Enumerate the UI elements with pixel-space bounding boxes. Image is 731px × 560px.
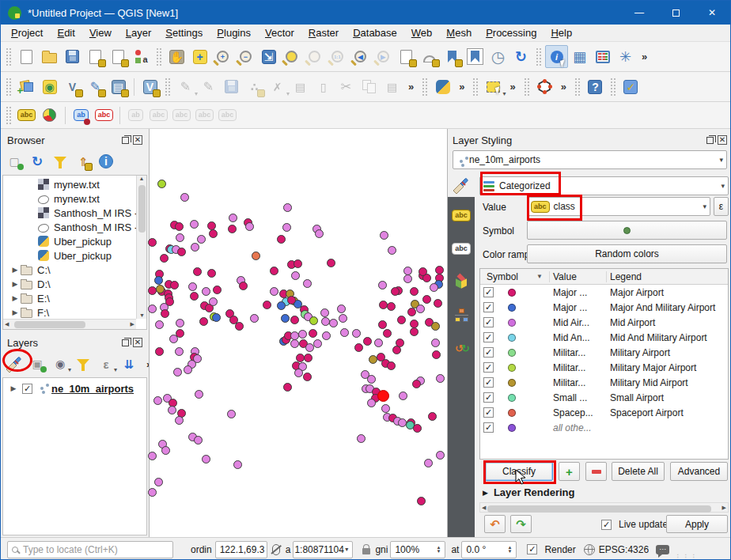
refresh-browser-icon[interactable]: ↻ [27, 151, 47, 172]
locate-input[interactable]: Type to locate (Ctrl+K) [7, 541, 173, 558]
toolbar-grip[interactable] [473, 78, 478, 96]
tree-expander-icon[interactable]: ▶ [9, 308, 21, 316]
category-row[interactable]: ✓Spacep...Spaceport Airport [480, 405, 728, 420]
menu-mesh[interactable]: Mesh [439, 25, 479, 40]
tab-masks[interactable]: abc [450, 238, 472, 259]
category-legend[interactable]: Spaceport Airport [607, 407, 687, 418]
select-features-icon[interactable] [482, 75, 505, 98]
zoom-to-selection-icon[interactable] [303, 45, 326, 68]
toolbar-grip[interactable] [525, 78, 529, 96]
refresh-map-icon[interactable]: ↻ [509, 45, 532, 68]
layers-close-icon[interactable]: ✕ [133, 338, 142, 347]
crs-indicator[interactable]: EPSG:4326 [599, 544, 649, 555]
delete-selected-icon[interactable]: ▯ [312, 75, 335, 98]
change-label-icon[interactable]: abc [216, 104, 239, 127]
cut-features-icon[interactable]: ✂ [335, 75, 358, 98]
browser-item-santhosh-m-irs-c[interactable]: Santhosh_M IRS - C [3, 220, 136, 234]
category-value[interactable]: Major ... [550, 302, 607, 313]
menu-raster[interactable]: Raster [301, 25, 346, 40]
categories-header[interactable]: Symbol▼ Value Legend [480, 269, 728, 285]
live-update-checkbox[interactable]: ✓ Live update [598, 519, 668, 530]
highlight-pinned-labels-icon[interactable]: ab [70, 104, 93, 127]
category-row[interactable]: ✓Small ...Small Airport [480, 390, 728, 405]
check-geometries-icon[interactable]: ✓ [619, 75, 642, 98]
temporal-controller-icon[interactable]: ◷ [487, 45, 509, 68]
panel-splitter[interactable] [1, 330, 149, 333]
category-symbol-dot[interactable] [508, 364, 516, 372]
category-checkbox[interactable]: ✓ [483, 422, 494, 433]
browser-vscrollbar[interactable]: ▲▼ [136, 176, 146, 319]
symbol-button[interactable] [527, 221, 727, 240]
toolbar-grip[interactable] [575, 78, 580, 96]
new-spatialite-layer-icon[interactable]: ✎ [84, 75, 107, 98]
paste-features-icon[interactable]: ▤ [381, 75, 403, 98]
collapse-all-icon[interactable]: ⇑ [73, 151, 93, 172]
category-value[interactable]: all othe... [550, 422, 607, 433]
show-hide-labels-icon[interactable]: abc [147, 104, 170, 127]
browser-item-f-[interactable]: ▶F:\ [3, 305, 136, 320]
value-field-select[interactable]: abc class ▾ [527, 197, 710, 216]
resize-grip[interactable]: ⋮⋮⋮ [674, 553, 698, 560]
pin-unpin-labels-icon[interactable]: ab [124, 104, 147, 127]
category-checkbox[interactable]: ✓ [483, 362, 494, 373]
toolbar-grip[interactable] [422, 78, 427, 96]
layer-rendering-section[interactable]: ▶ Layer Rendering [483, 486, 575, 498]
styling-layer-select[interactable]: ne_10m_airports ▾ [453, 150, 727, 169]
filter-browser-icon[interactable] [50, 151, 70, 172]
color-ramp-button[interactable]: Random colors [527, 244, 727, 263]
browser-hscrollbar[interactable]: ◀▶ [3, 319, 136, 329]
show-layout-manager-icon[interactable] [107, 45, 130, 68]
rotate-label-icon[interactable]: abc [193, 104, 216, 127]
layer-diagram-icon[interactable] [38, 104, 61, 127]
render-checkbox[interactable]: ✓ Render [524, 544, 575, 555]
category-value[interactable]: Mid An... [550, 332, 607, 343]
category-value[interactable]: Small ... [550, 392, 607, 403]
identify-features-icon[interactable]: i [545, 45, 568, 68]
zoom-native-icon[interactable]: 1:1 [326, 45, 349, 68]
scale-select[interactable]: 1:80871104▾ [293, 541, 353, 558]
toolbar-grip[interactable] [6, 78, 11, 96]
show-spatial-bookmarks-icon[interactable] [464, 45, 487, 68]
style-manager-icon[interactable]: a [130, 45, 153, 68]
redo-style-button[interactable]: ↷ [510, 515, 532, 533]
menu-edit[interactable]: Edit [50, 25, 81, 40]
messages-icon[interactable]: ··· [656, 545, 669, 554]
toolbar-grip[interactable] [157, 48, 161, 66]
magnifier-input[interactable]: 100%▲▼ [390, 541, 445, 558]
category-row[interactable]: ✓Militar...Military Major Airport [480, 360, 728, 375]
menu-view[interactable]: View [82, 25, 119, 40]
styling-hscrollbar[interactable]: ◀▶ [479, 502, 729, 513]
undo-style-button[interactable]: ↶ [484, 515, 506, 533]
coordinate-input[interactable]: 122.1,69.3 [215, 541, 267, 558]
apply-button[interactable]: Apply [666, 515, 728, 533]
zoom-to-layer-icon[interactable] [280, 45, 303, 68]
toolbar-overflow-icon[interactable]: » [408, 81, 414, 93]
browser-item-mynew-txt[interactable]: mynew.txt [3, 177, 136, 191]
new-print-layout-icon[interactable] [84, 45, 107, 68]
menu-plugins[interactable]: Plugins [210, 25, 258, 40]
toolbar-grip[interactable] [165, 78, 170, 96]
shape-digitizing-icon[interactable] [533, 75, 556, 98]
zoom-last-icon[interactable]: ◀ [349, 45, 372, 68]
save-project-icon[interactable] [61, 45, 84, 68]
pan-to-selection-icon[interactable]: + [188, 45, 211, 68]
tree-expander-icon[interactable]: ▶ [9, 280, 21, 288]
menu-help[interactable]: Help [544, 25, 579, 40]
category-symbol-dot[interactable] [508, 334, 516, 342]
category-legend[interactable]: Small Airport [607, 392, 667, 403]
category-checkbox[interactable]: ✓ [483, 302, 494, 312]
move-label-icon[interactable]: abc [170, 104, 193, 127]
toolbar-grip[interactable] [536, 48, 541, 66]
filter-legend-expression-icon[interactable]: ε [96, 354, 116, 374]
category-symbol-dot[interactable] [508, 394, 516, 402]
new-mesh-layer-icon[interactable]: ▤ [107, 75, 130, 98]
classify-button[interactable]: Classify [485, 462, 553, 481]
maximize-button[interactable] [657, 1, 694, 25]
category-value[interactable]: Militar... [550, 347, 607, 358]
category-symbol-dot[interactable] [508, 304, 516, 312]
category-symbol-dot[interactable] [508, 424, 516, 432]
category-symbol-dot[interactable] [508, 319, 516, 327]
tab-diagrams[interactable] [450, 305, 472, 325]
category-checkbox[interactable]: ✓ [483, 317, 494, 327]
zoom-out-icon[interactable]: − [234, 45, 257, 68]
